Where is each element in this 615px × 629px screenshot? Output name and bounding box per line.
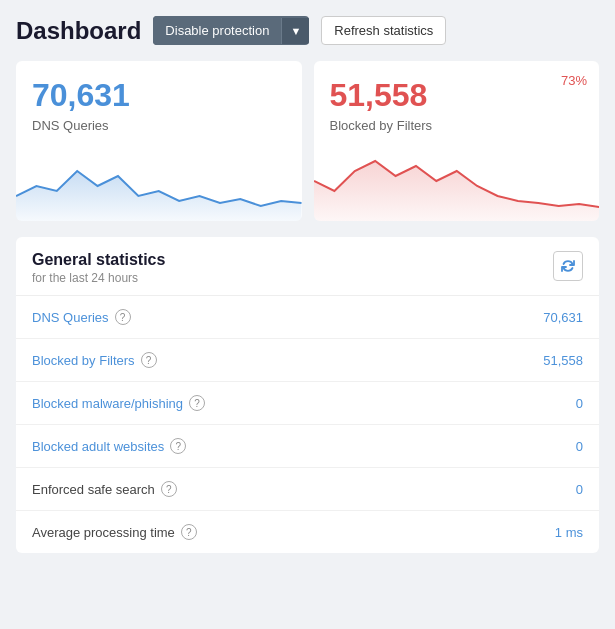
blocked-filters-card: 73% 51,558 Blocked by Filters xyxy=(314,61,600,221)
general-stats-refresh-button[interactable] xyxy=(553,251,583,281)
safe-search-row-value: 0 xyxy=(576,482,583,497)
general-stats-header: General statistics for the last 24 hours xyxy=(16,237,599,296)
stat-row-dns-queries: DNS Queries ? 70,631 xyxy=(16,296,599,339)
disable-protection-button[interactable]: Disable protection xyxy=(153,16,281,45)
stats-cards: 70,631 DNS Queries 73% 51,558 Blocked by… xyxy=(16,61,599,221)
stat-row-safe-search: Enforced safe search ? 0 xyxy=(16,468,599,511)
page-header: Dashboard Disable protection ▼ Refresh s… xyxy=(16,16,599,45)
general-stats-header-text: General statistics for the last 24 hours xyxy=(32,251,165,285)
blocked-malware-row-label[interactable]: Blocked malware/phishing ? xyxy=(32,395,205,411)
blocked-adult-row-label[interactable]: Blocked adult websites ? xyxy=(32,438,186,454)
dns-queries-row-value: 70,631 xyxy=(543,310,583,325)
blocked-filters-chart xyxy=(314,141,600,221)
general-stats-title: General statistics xyxy=(32,251,165,269)
blocked-filters-percent: 73% xyxy=(561,73,587,88)
stat-row-blocked-adult: Blocked adult websites ? 0 xyxy=(16,425,599,468)
disable-protection-dropdown-arrow[interactable]: ▼ xyxy=(281,18,309,44)
blocked-adult-help-icon[interactable]: ? xyxy=(170,438,186,454)
stat-row-blocked-malware: Blocked malware/phishing ? 0 xyxy=(16,382,599,425)
safe-search-help-icon[interactable]: ? xyxy=(161,481,177,497)
blocked-filters-row-value: 51,558 xyxy=(543,353,583,368)
safe-search-row-label: Enforced safe search ? xyxy=(32,481,177,497)
blocked-malware-row-value: 0 xyxy=(576,396,583,411)
general-stats-subtitle: for the last 24 hours xyxy=(32,271,165,285)
blocked-filters-row-label[interactable]: Blocked by Filters ? xyxy=(32,352,157,368)
avg-processing-row-value: 1 ms xyxy=(555,525,583,540)
dns-queries-label: DNS Queries xyxy=(32,118,286,133)
blocked-adult-row-value: 0 xyxy=(576,439,583,454)
blocked-filters-value: 51,558 xyxy=(330,77,584,114)
page-title: Dashboard xyxy=(16,17,141,45)
refresh-icon xyxy=(561,259,575,273)
dns-queries-row-label[interactable]: DNS Queries ? xyxy=(32,309,131,325)
dns-queries-value: 70,631 xyxy=(32,77,286,114)
dns-queries-help-icon[interactable]: ? xyxy=(115,309,131,325)
disable-protection-button-group[interactable]: Disable protection ▼ xyxy=(153,16,309,45)
dns-queries-card: 70,631 DNS Queries xyxy=(16,61,302,221)
blocked-filters-help-icon[interactable]: ? xyxy=(141,352,157,368)
stat-row-blocked-filters: Blocked by Filters ? 51,558 xyxy=(16,339,599,382)
avg-processing-help-icon[interactable]: ? xyxy=(181,524,197,540)
blocked-filters-label: Blocked by Filters xyxy=(330,118,584,133)
general-stats-section: General statistics for the last 24 hours… xyxy=(16,237,599,553)
stat-row-avg-processing: Average processing time ? 1 ms xyxy=(16,511,599,553)
blocked-malware-help-icon[interactable]: ? xyxy=(189,395,205,411)
dns-queries-chart xyxy=(16,141,302,221)
avg-processing-row-label: Average processing time ? xyxy=(32,524,197,540)
refresh-statistics-button[interactable]: Refresh statistics xyxy=(321,16,446,45)
